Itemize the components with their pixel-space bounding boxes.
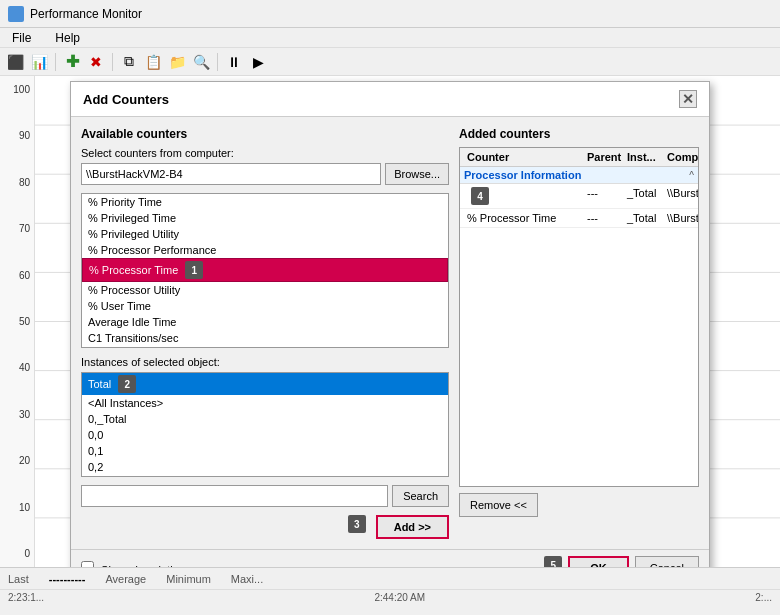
search-input[interactable] bbox=[81, 485, 388, 507]
time-labels: 2:23:1... 2:44:20 AM 2:... bbox=[0, 590, 780, 605]
cell-instance: _Total bbox=[624, 186, 664, 206]
right-panel: Added counters Counter Parent Inst... Co… bbox=[459, 127, 699, 539]
minimum-label: Minimum bbox=[166, 573, 211, 585]
badge-3: 3 bbox=[348, 515, 366, 533]
instances-list[interactable]: Total 2 <All Instances> 0,_Total 0,0 0,1… bbox=[81, 372, 449, 477]
counter-average-idle[interactable]: Average Idle Time bbox=[82, 314, 448, 330]
computer-select[interactable]: \\BurstHackVM2-B4 bbox=[81, 163, 381, 185]
separator-2 bbox=[112, 53, 113, 71]
separator-3 bbox=[217, 53, 218, 71]
cell-computer2: \\BurstHackV... bbox=[664, 211, 699, 225]
available-counters-label: Available counters bbox=[81, 127, 449, 141]
time-left: 2:23:1... bbox=[8, 592, 44, 603]
table-group-header[interactable]: Processor Information ^ bbox=[460, 167, 698, 184]
counter-processor-time[interactable]: % Processor Time 1 bbox=[82, 258, 448, 282]
toolbar-chart-btn[interactable]: 📊 bbox=[28, 51, 50, 73]
counter-c2-transitions[interactable]: C2 Transitions/sec bbox=[82, 346, 448, 348]
header-parent: Parent bbox=[584, 150, 624, 164]
main-area: 100 90 80 70 60 50 40 30 20 10 0 bbox=[0, 76, 780, 567]
counters-list[interactable]: % Priority Time % Privileged Time % Priv… bbox=[81, 193, 449, 348]
menu-file[interactable]: File bbox=[8, 30, 35, 46]
search-row: Search bbox=[81, 485, 449, 507]
time-far-right: 2:... bbox=[755, 592, 772, 603]
instance-0-total[interactable]: 0,_Total bbox=[82, 411, 448, 427]
app-title: Performance Monitor bbox=[30, 7, 142, 21]
remove-button[interactable]: Remove << bbox=[459, 493, 538, 517]
dialog-title: Add Counters bbox=[83, 92, 169, 107]
add-button[interactable]: Add >> bbox=[376, 515, 449, 539]
toolbar-view-btn[interactable]: ⬛ bbox=[4, 51, 26, 73]
counter-priority-time[interactable]: % Priority Time bbox=[82, 194, 448, 210]
instance-00[interactable]: 0,0 bbox=[82, 427, 448, 443]
counter-user-time[interactable]: % User Time bbox=[82, 298, 448, 314]
badge-1: 1 bbox=[185, 261, 203, 279]
cell-counter-name: % Processor Time bbox=[464, 211, 584, 225]
toolbar-copy-btn[interactable]: ⧉ bbox=[118, 51, 140, 73]
instance-total[interactable]: Total 2 bbox=[82, 373, 448, 395]
browse-button[interactable]: Browse... bbox=[385, 163, 449, 185]
toolbar: ⬛ 📊 ✚ ✖ ⧉ 📋 📁 🔍 ⏸ ▶ bbox=[0, 48, 780, 76]
select-computer-label: Select counters from computer: bbox=[81, 147, 449, 159]
toolbar-delete-btn[interactable]: ✖ bbox=[85, 51, 107, 73]
badge-4: 4 bbox=[471, 187, 489, 205]
counter-processor-performance[interactable]: % Processor Performance bbox=[82, 242, 448, 258]
computer-row: \\BurstHackVM2-B4 Browse... bbox=[81, 163, 449, 185]
cell-parent2: --- bbox=[584, 211, 624, 225]
cell-counter: 4 bbox=[464, 186, 584, 206]
bottom-bar: Last ---------- Average Minimum Maxi... … bbox=[0, 567, 780, 615]
cell-computer: \\BurstHackV... bbox=[664, 186, 699, 206]
toolbar-paste-btn[interactable]: 📋 bbox=[142, 51, 164, 73]
average-label: Average bbox=[105, 573, 146, 585]
header-instance: Inst... bbox=[624, 150, 664, 164]
group-name: Processor Information bbox=[464, 169, 581, 181]
time-right: 2:44:20 AM bbox=[374, 592, 425, 603]
toolbar-folder-btn[interactable]: 📁 bbox=[166, 51, 188, 73]
toolbar-play-btn[interactable]: ▶ bbox=[247, 51, 269, 73]
header-computer: Computer bbox=[664, 150, 699, 164]
group-chevron: ^ bbox=[689, 170, 694, 181]
toolbar-add-btn[interactable]: ✚ bbox=[61, 51, 83, 73]
search-button[interactable]: Search bbox=[392, 485, 449, 507]
dialog-content: Available counters Select counters from … bbox=[71, 117, 709, 549]
app-icon bbox=[8, 6, 24, 22]
add-counters-dialog: Add Counters ✕ Available counters Select… bbox=[70, 81, 710, 589]
maximum-label: Maxi... bbox=[231, 573, 263, 585]
table-header: Counter Parent Inst... Computer bbox=[460, 148, 698, 167]
bottom-data-row: Last ---------- Average Minimum Maxi... bbox=[0, 568, 780, 590]
counter-privileged-utility[interactable]: % Privileged Utility bbox=[82, 226, 448, 242]
last-dots: ---------- bbox=[49, 573, 86, 585]
instances-label: Instances of selected object: bbox=[81, 356, 449, 368]
cell-parent: --- bbox=[584, 186, 624, 206]
menu-help[interactable]: Help bbox=[51, 30, 84, 46]
separator-1 bbox=[55, 53, 56, 71]
dialog-overlay: Add Counters ✕ Available counters Select… bbox=[0, 76, 780, 567]
last-label: Last bbox=[8, 573, 29, 585]
added-counters-label: Added counters bbox=[459, 127, 699, 141]
toolbar-pause-btn[interactable]: ⏸ bbox=[223, 51, 245, 73]
instance-02[interactable]: 0,2 bbox=[82, 459, 448, 475]
buttons-row: 3 Add >> bbox=[81, 515, 449, 539]
added-counters-table: Counter Parent Inst... Computer Processo… bbox=[459, 147, 699, 487]
counter-privileged-time[interactable]: % Privileged Time bbox=[82, 210, 448, 226]
title-bar: Performance Monitor bbox=[0, 0, 780, 28]
badge-2: 2 bbox=[118, 375, 136, 393]
cell-instance2: _Total bbox=[624, 211, 664, 225]
dialog-title-bar: Add Counters ✕ bbox=[71, 82, 709, 117]
table-row[interactable]: 4 --- _Total \\BurstHackV... bbox=[460, 184, 698, 209]
instance-01[interactable]: 0,1 bbox=[82, 443, 448, 459]
left-panel: Available counters Select counters from … bbox=[81, 127, 449, 539]
instance-all[interactable]: <All Instances> bbox=[82, 395, 448, 411]
menu-bar: File Help bbox=[0, 28, 780, 48]
table-row-processor[interactable]: % Processor Time --- _Total \\BurstHackV… bbox=[460, 209, 698, 228]
counter-c1-transitions[interactable]: C1 Transitions/sec bbox=[82, 330, 448, 346]
dialog-close-button[interactable]: ✕ bbox=[679, 90, 697, 108]
header-counter: Counter bbox=[464, 150, 584, 164]
toolbar-zoom-btn[interactable]: 🔍 bbox=[190, 51, 212, 73]
instance-03[interactable]: 0,3 bbox=[82, 475, 448, 477]
counter-processor-utility[interactable]: % Processor Utility bbox=[82, 282, 448, 298]
